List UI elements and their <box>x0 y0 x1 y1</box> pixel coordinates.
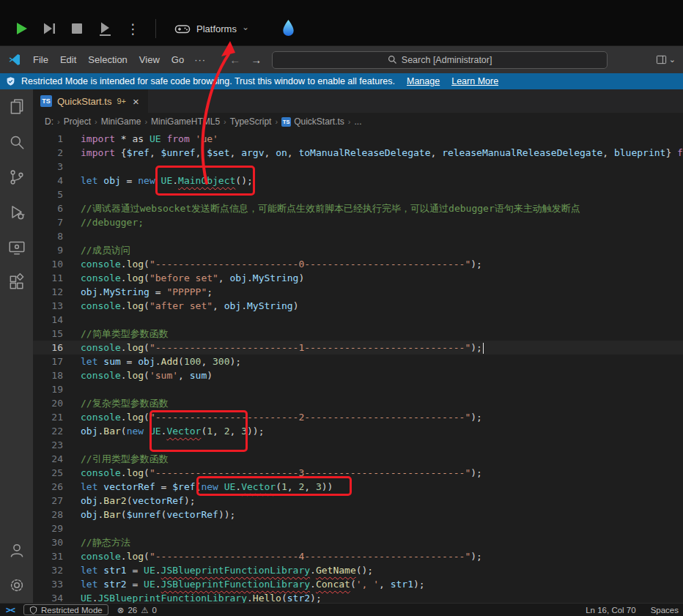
code-line[interactable]: 29 <box>33 522 683 535</box>
line-content: UE.JSBlueprintFunctionLibrary.Hello(str2… <box>63 591 322 603</box>
code-line[interactable]: 28obj.Bar($unref(vectorRef)); <box>33 508 683 522</box>
tab-quickstart[interactable]: TS QuickStart.ts 9+ × <box>33 89 148 113</box>
code-line[interactable]: 22obj.Bar(new UE.Vector(1, 2, 3)); <box>33 424 683 438</box>
restricted-mode-status[interactable]: Restricted Mode <box>23 604 108 615</box>
code-line[interactable]: 23 <box>33 438 683 452</box>
breadcrumb-item[interactable]: ... <box>355 116 362 127</box>
menu-selection[interactable]: Selection <box>82 51 133 68</box>
menu-go[interactable]: Go <box>166 51 190 68</box>
code-line[interactable]: 25console.log("-------------------------… <box>33 466 683 480</box>
breadcrumb-item[interactable]: TSQuickStart.ts <box>281 116 344 127</box>
settings-icon <box>7 576 26 595</box>
line-number: 2 <box>33 146 63 160</box>
code-line[interactable]: 17let sum = obj.Add(100, 300); <box>33 355 683 368</box>
code-line[interactable]: 12obj.MyString = "PPPPP"; <box>33 285 683 299</box>
line-content: //复杂类型参数函数 <box>63 396 169 410</box>
typescript-file-icon: TS <box>40 95 52 107</box>
code-line[interactable]: 3 <box>33 160 683 174</box>
code-line[interactable]: 26let vectorRef = $ref(new UE.Vector(1, … <box>33 480 683 494</box>
stop-button[interactable] <box>66 18 88 40</box>
code-line[interactable]: 30//静态方法 <box>33 535 683 549</box>
breadcrumb-item[interactable]: MiniGameHTML5 <box>151 116 220 127</box>
step-button[interactable] <box>38 18 60 40</box>
menu-more-button[interactable]: ··· <box>190 51 210 68</box>
line-content: console.log("-------------------------0-… <box>63 257 482 271</box>
code-line[interactable]: 33let str2 = UE.JSBlueprintFunctionLibra… <box>33 577 683 591</box>
code-line[interactable]: 34UE.JSBlueprintFunctionLibrary.Hello(st… <box>33 591 683 603</box>
tab-problem-badge: 9+ <box>117 97 126 105</box>
code-line[interactable]: 2import {$ref, $unref, $set, argv, on, t… <box>33 146 683 160</box>
code-line[interactable]: 8 <box>33 229 683 243</box>
code-line[interactable]: 32let str1 = UE.JSBlueprintFunctionLibra… <box>33 563 683 577</box>
code-line[interactable]: 24//引用类型参数函数 <box>33 452 683 466</box>
code-line[interactable]: 27obj.Bar2(vectorRef); <box>33 494 683 508</box>
line-content: console.log("-------------------------3-… <box>63 466 482 480</box>
activity-search-button[interactable] <box>0 125 33 160</box>
code-line[interactable]: 7//debugger; <box>33 215 683 229</box>
problems-status[interactable]: ⊗ 26 ⚠ 0 <box>117 605 157 615</box>
activity-settings-button[interactable] <box>0 568 33 603</box>
code-line[interactable]: 31console.log("-------------------------… <box>33 549 683 563</box>
code-line[interactable]: 14 <box>33 313 683 327</box>
code-line[interactable]: 9//成员访问 <box>33 243 683 257</box>
activity-source-control-button[interactable] <box>0 160 33 195</box>
activity-run-debug-button[interactable] <box>0 195 33 230</box>
line-number: 16 <box>33 341 63 355</box>
layout-button[interactable]: ⌄ <box>656 54 676 65</box>
launch-icon <box>97 21 113 37</box>
step-icon <box>41 21 57 37</box>
menu-file[interactable]: File <box>27 51 54 68</box>
menu-view[interactable]: View <box>133 51 166 68</box>
udebugger-button[interactable] <box>280 18 297 39</box>
code-line[interactable]: 1import * as UE from 'ue' <box>33 132 683 146</box>
activity-bar <box>0 89 33 603</box>
code-line[interactable]: 16console.log("-------------------------… <box>33 341 683 355</box>
launch-button[interactable] <box>94 18 116 40</box>
indentation-status[interactable]: Spaces <box>651 606 679 615</box>
cursor-position[interactable]: Ln 16, Col 70 <box>586 606 635 615</box>
line-number: 26 <box>33 480 63 494</box>
code-line[interactable]: 18console.log('sum', sum) <box>33 368 683 382</box>
play-icon <box>13 21 29 37</box>
forward-arrow-icon[interactable]: → <box>251 53 262 66</box>
line-number: 1 <box>33 132 63 146</box>
line-number: 25 <box>33 466 63 480</box>
code-line[interactable]: 13console.log("after set", obj.MyString) <box>33 299 683 313</box>
menu-edit[interactable]: Edit <box>54 51 82 68</box>
kebab-icon: ⋮ <box>126 21 139 37</box>
breadcrumb-item[interactable]: Project <box>64 116 91 127</box>
back-arrow-icon[interactable]: ← <box>229 53 240 66</box>
learn-more-link[interactable]: Learn More <box>451 76 498 86</box>
code-line[interactable]: 15//简单类型参数函数 <box>33 327 683 341</box>
code-line[interactable]: 5 <box>33 188 683 201</box>
breadcrumb-separator: › <box>348 117 351 126</box>
remote-indicator[interactable]: >< <box>0 604 21 616</box>
close-icon[interactable]: × <box>131 95 141 108</box>
breadcrumb-item[interactable]: D: <box>45 116 53 127</box>
activity-remote-explorer-button[interactable] <box>0 230 33 265</box>
code-line[interactable]: 11console.log("before set", obj.MyString… <box>33 271 683 285</box>
line-number: 9 <box>33 243 63 257</box>
breadcrumb-item[interactable]: MiniGame <box>101 116 141 127</box>
code-line[interactable]: 19 <box>33 382 683 396</box>
code-line[interactable]: 21console.log("-------------------------… <box>33 410 683 424</box>
code-line[interactable]: 6//调试器通过websocket发送断点信息，可能断点生效前脚本已经执行完毕，… <box>33 201 683 215</box>
platforms-dropdown[interactable]: Platforms ⌄ <box>168 18 255 40</box>
code-line[interactable]: 10console.log("-------------------------… <box>33 257 683 271</box>
line-number: 29 <box>33 522 63 535</box>
activity-account-button[interactable] <box>0 532 33 568</box>
breadcrumb-item[interactable]: TypeScript <box>230 116 272 127</box>
source-control-icon <box>7 168 26 187</box>
code-line[interactable]: 20//复杂类型参数函数 <box>33 396 683 410</box>
manage-link[interactable]: Manage <box>407 76 440 86</box>
play-button[interactable] <box>10 18 32 40</box>
activity-extensions-button[interactable] <box>0 265 33 300</box>
line-content: console.log('sum', sum) <box>63 368 213 382</box>
activity-explorer-button[interactable] <box>0 89 33 125</box>
line-number: 17 <box>33 355 63 368</box>
code-editor[interactable]: 1import * as UE from 'ue'2import {$ref, … <box>33 130 683 603</box>
warning-count: 0 <box>152 606 156 615</box>
code-line[interactable]: 4let obj = new UE.MainObject(); <box>33 174 683 188</box>
search-box[interactable]: Search [Administrator] <box>272 51 608 69</box>
toolbar-more-button[interactable]: ⋮ <box>122 18 144 40</box>
